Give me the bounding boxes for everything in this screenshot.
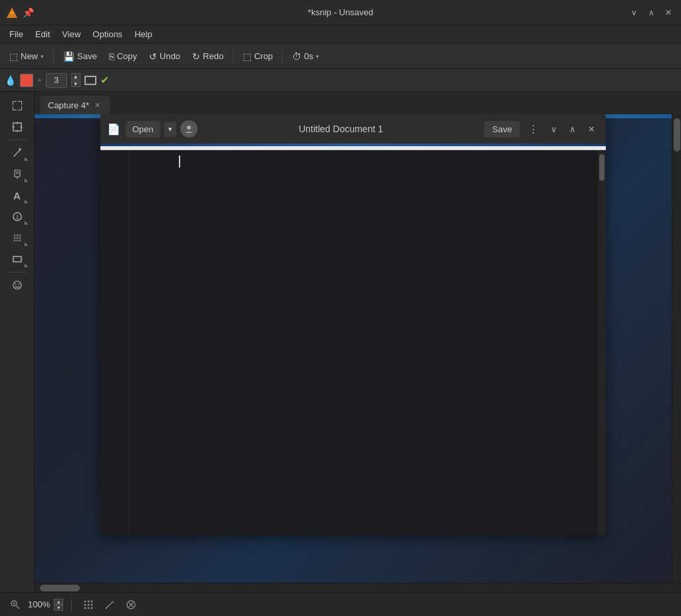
left-separator-2: [8, 272, 27, 272]
embedded-profile-icon[interactable]: [180, 120, 198, 138]
rect-draw-button[interactable]: ◣: [5, 249, 29, 269]
tab-bar: Capture 4* ✕: [35, 92, 681, 114]
svg-point-28: [16, 237, 18, 239]
new-button[interactable]: ⬚ New ▾: [4, 49, 49, 64]
svg-point-24: [13, 235, 15, 237]
menu-view[interactable]: View: [57, 27, 86, 41]
save-button[interactable]: 💾 Save: [58, 49, 102, 64]
rect-style-icon[interactable]: [84, 76, 96, 85]
close-button[interactable]: ✕: [661, 5, 676, 20]
svg-line-53: [106, 607, 107, 609]
copy-button[interactable]: ⎘ Copy: [104, 49, 142, 64]
grid-toggle-button[interactable]: [80, 596, 97, 613]
svg-point-34: [13, 281, 21, 289]
embedded-menu-button[interactable]: ⋮: [524, 120, 543, 138]
window-title: *ksnip - Unsaved: [308, 7, 373, 17]
confirm-icon[interactable]: ✔: [100, 74, 109, 86]
tool-options-bar: 💧 ÷ ▲ ▼ ✔: [0, 69, 681, 92]
svg-point-27: [13, 237, 15, 239]
menu-edit[interactable]: Edit: [30, 27, 55, 41]
text-tool-button[interactable]: A ◣: [5, 185, 29, 205]
svg-point-46: [88, 603, 90, 605]
undo-button[interactable]: ↺ Undo: [144, 49, 186, 64]
blur-tool-button[interactable]: ◣: [5, 228, 29, 248]
embedded-minimize-button[interactable]: ∨: [547, 122, 561, 137]
left-toolbar: ◣ ◣ A ◣ 1 ◣: [0, 92, 35, 592]
size-stepper: ▲ ▼: [71, 73, 80, 87]
menu-help[interactable]: Help: [129, 27, 158, 41]
pin-icon[interactable]: 📌: [23, 7, 34, 18]
timer-button[interactable]: ⏱ 0s ▾: [287, 49, 325, 64]
timer-dropdown-arrow: ▾: [316, 53, 319, 60]
svg-rect-9: [21, 106, 22, 110]
canvas-content[interactable]: 📄 Open ▾: [35, 114, 672, 583]
content-area: Capture 4* ✕: [35, 92, 681, 592]
svg-point-47: [91, 603, 93, 605]
svg-rect-7: [13, 110, 17, 110]
minimize-button[interactable]: ∨: [626, 5, 641, 20]
size-input[interactable]: [46, 73, 67, 88]
editor-gutter: [100, 150, 130, 536]
menu-bar: File Edit View Options Help: [0, 25, 681, 44]
svg-point-25: [16, 235, 18, 237]
svg-line-15: [14, 150, 21, 156]
marker-tool-button[interactable]: ◣: [5, 164, 29, 184]
timer-icon: ⏱: [292, 51, 301, 62]
selection-tool-button[interactable]: [5, 96, 29, 116]
crop-label: Crop: [254, 51, 273, 61]
svg-point-35: [15, 284, 16, 285]
marker-dropdown-arrow: ◣: [25, 177, 28, 183]
menu-file[interactable]: File: [4, 27, 29, 41]
menu-options[interactable]: Options: [87, 27, 128, 41]
left-separator-1: [8, 140, 27, 140]
blur-dropdown-arrow: ◣: [25, 241, 28, 247]
sticker-tool-button[interactable]: [5, 275, 29, 295]
horizontal-scrollbar[interactable]: [35, 583, 681, 592]
clear-button[interactable]: [122, 596, 140, 613]
editor-main[interactable]: [130, 150, 606, 536]
divider-icon: ÷: [37, 76, 42, 85]
scrollbar-thumb[interactable]: [599, 154, 605, 181]
embedded-save-button[interactable]: Save: [484, 121, 520, 138]
save-icon: 💾: [63, 51, 74, 62]
size-down-button[interactable]: ▼: [71, 80, 80, 87]
svg-point-43: [88, 600, 90, 602]
pen-dropdown-arrow: ◣: [25, 156, 28, 161]
svg-marker-52: [112, 601, 114, 603]
zoom-up-button[interactable]: ▲: [54, 599, 63, 605]
copy-icon: ⎘: [109, 51, 114, 62]
canvas-scrollbar[interactable]: [672, 114, 681, 583]
zoom-value: 100%: [28, 599, 50, 609]
canvas-scrollbar-thumb[interactable]: [674, 118, 680, 152]
redo-icon: ↻: [192, 51, 200, 62]
zoom-down-button[interactable]: ▼: [54, 605, 63, 611]
close-tab-button[interactable]: ✕: [93, 100, 102, 110]
embedded-open-button[interactable]: Open: [126, 121, 160, 138]
zoom-fit-button[interactable]: [7, 596, 24, 613]
embedded-maximize-button[interactable]: ∧: [565, 122, 580, 137]
redo-button[interactable]: ↻ Redo: [187, 49, 229, 64]
text-dropdown-arrow: ◣: [25, 199, 28, 204]
separator-2: [233, 49, 233, 64]
size-up-button[interactable]: ▲: [71, 73, 80, 80]
crop-button[interactable]: ⬚ Crop: [237, 49, 278, 64]
number-tool-button[interactable]: 1 ◣: [5, 207, 29, 227]
new-dropdown-arrow: ▾: [41, 53, 44, 60]
undo-icon: ↺: [149, 51, 157, 62]
pen-tool-button[interactable]: ◣: [5, 143, 29, 163]
tab-capture4[interactable]: Capture 4* ✕: [40, 96, 110, 114]
embedded-scrollbar[interactable]: [598, 150, 606, 536]
toolbar: ⬚ New ▾ 💾 Save ⎘ Copy ↺ Undo ↻ Redo ⬚ Cr…: [0, 44, 681, 69]
dropper-icon[interactable]: 💧: [4, 74, 16, 86]
embedded-close-button[interactable]: ✕: [584, 122, 599, 137]
tab-label: Capture 4*: [48, 100, 89, 110]
color-swatch[interactable]: [20, 74, 33, 87]
svg-rect-17: [18, 148, 21, 151]
crop-icon: ⬚: [243, 51, 251, 62]
svg-point-26: [19, 235, 21, 237]
embedded-open-dropdown[interactable]: ▾: [164, 122, 176, 137]
horizontal-scrollbar-thumb[interactable]: [40, 585, 80, 591]
edit-mode-button[interactable]: [101, 596, 118, 613]
area-capture-button[interactable]: [5, 117, 29, 137]
maximize-button[interactable]: ∧: [644, 5, 658, 20]
